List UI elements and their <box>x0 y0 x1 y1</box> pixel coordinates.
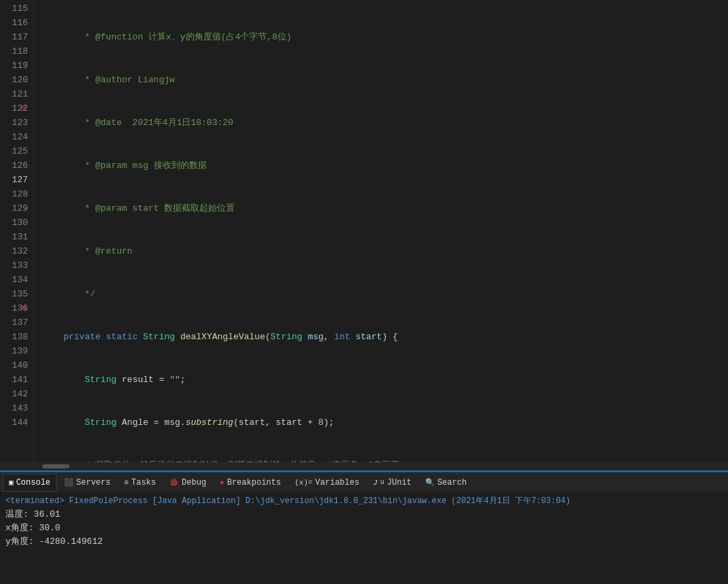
horizontal-scrollbar[interactable] <box>0 462 728 470</box>
tab-junit[interactable]: Ju JUnit <box>367 474 418 492</box>
ln-123: 123 <box>5 116 28 130</box>
ln-121: 121 <box>5 87 28 101</box>
ln-141: 141 <box>5 373 28 387</box>
console-icon: ▣ <box>9 478 14 487</box>
tab-breakpoints-label: Breakpoints <box>227 478 281 487</box>
code-line-118: * @param msg 接收到的数据 <box>42 158 728 173</box>
code-line-117: * @date 2021年4月1日18:03:20 <box>42 116 728 130</box>
line-numbers: 115 116 117 118 119 120 121 122 123 124 … <box>0 0 34 462</box>
ln-116: 116 <box>5 16 28 30</box>
ln-136: 136 <box>5 301 28 315</box>
tab-tasks-label: Tasks <box>131 478 156 487</box>
console-output-line3: y角度: -4280.149612 <box>5 535 723 549</box>
ln-132: 132 <box>5 244 28 258</box>
ln-129: 129 <box>5 201 28 216</box>
console-output-line2: x角度: 30.0 <box>5 521 723 535</box>
console-output-area: <terminated> FixedPoleProcess [Java Appl… <box>0 492 728 584</box>
code-line-121: */ <box>42 287 728 301</box>
scrollbar-thumb[interactable] <box>42 464 69 468</box>
variables-icon: (x)= <box>295 479 312 487</box>
ln-134: 134 <box>5 273 28 287</box>
tasks-icon: ≡ <box>124 479 129 487</box>
ln-117: 117 <box>5 30 28 44</box>
tab-variables-label: Variables <box>315 478 359 487</box>
bottom-tab-bar: ▣ Console ⬛ Servers ≡ Tasks 🐞 Debug ● Br… <box>0 472 728 492</box>
code-line-119: * @param start 数据截取起始位置 <box>42 201 728 216</box>
tab-breakpoints[interactable]: ● Breakpoints <box>214 474 287 492</box>
tab-servers-label: Servers <box>76 478 110 487</box>
ln-138: 138 <box>5 330 28 344</box>
ln-143: 143 <box>5 401 28 415</box>
ln-126: 126 <box>5 158 28 173</box>
code-line-116: * @author Liangjw <box>42 73 728 87</box>
code-content[interactable]: * @function 计算x、y的角度值(占4个字节,8位) * @autho… <box>34 0 728 462</box>
ln-127: 127 <box>5 173 28 187</box>
code-line-125: //截取首位，然后进行二进制转换，判断二进制第一位符号: 1表示负，0表示正 <box>42 458 728 462</box>
ln-140: 140 <box>5 358 28 373</box>
ln-120: 120 <box>5 73 28 87</box>
tab-search-label: Search <box>437 478 467 487</box>
editor-area: 115 116 117 118 119 120 121 122 123 124 … <box>0 0 728 462</box>
ln-125: 125 <box>5 144 28 158</box>
ln-133: 133 <box>5 258 28 273</box>
breakpoints-icon: ● <box>220 479 225 487</box>
tab-debug-label: Debug <box>182 478 206 487</box>
tab-console-label: Console <box>16 478 50 487</box>
ln-135: 135 <box>5 287 28 301</box>
code-line-120: * @return <box>42 244 728 258</box>
code-line-123: String result = ""; <box>42 373 728 387</box>
ln-115: 115 <box>5 1 28 16</box>
ln-119: 119 <box>5 58 28 73</box>
ln-128: 128 <box>5 187 28 201</box>
tab-servers[interactable]: ⬛ Servers <box>58 474 116 492</box>
tab-variables[interactable]: (x)= Variables <box>288 474 365 492</box>
tab-junit-label: JUnit <box>387 478 412 487</box>
debug-icon: 🐞 <box>169 478 179 487</box>
bottom-area: ▣ Console ⬛ Servers ≡ Tasks 🐞 Debug ● Br… <box>0 470 728 584</box>
tab-search[interactable]: 🔍 Search <box>419 474 473 492</box>
ln-131: 131 <box>5 230 28 244</box>
ln-130: 130 <box>5 216 28 230</box>
tab-debug[interactable]: 🐞 Debug <box>163 474 212 492</box>
ln-144: 144 <box>5 415 28 430</box>
ln-142: 142 <box>5 387 28 401</box>
console-terminated-header: <terminated> FixedPoleProcess [Java Appl… <box>5 495 723 506</box>
tab-console[interactable]: ▣ Console <box>3 474 56 492</box>
ln-122: 122 <box>5 101 28 116</box>
ln-124: 124 <box>5 130 28 144</box>
ln-139: 139 <box>5 344 28 358</box>
console-output-line1: 温度: 36.01 <box>5 508 723 521</box>
junit-icon: J <box>373 479 378 487</box>
tab-tasks[interactable]: ≡ Tasks <box>118 474 162 492</box>
code-line-122: private static String dealXYAngleValue(S… <box>42 330 728 344</box>
ln-137: 137 <box>5 315 28 330</box>
servers-icon: ⬛ <box>64 478 73 487</box>
code-line-124: String Angle = msg.substring(start, star… <box>42 415 728 430</box>
ln-118: 118 <box>5 44 28 58</box>
search-icon: 🔍 <box>425 478 435 487</box>
code-line-115: * @function 计算x、y的角度值(占4个字节,8位) <box>42 30 728 44</box>
